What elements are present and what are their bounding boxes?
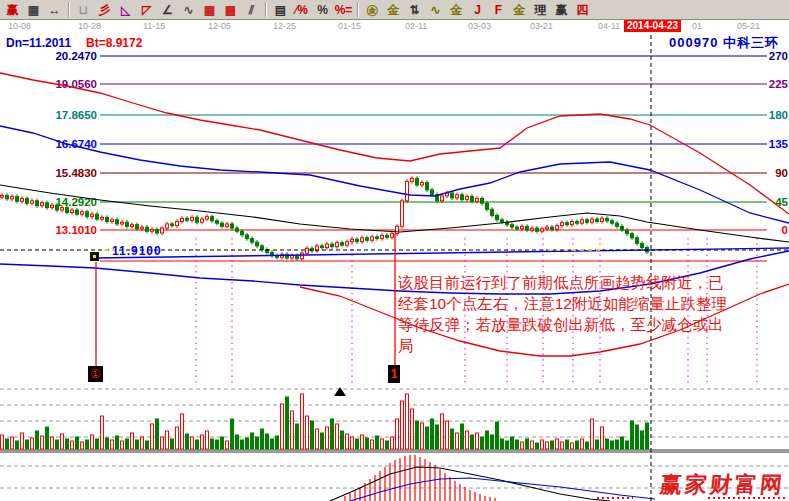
gann-fan-icon[interactable]: 彡 bbox=[94, 1, 115, 18]
gold-circle-icon[interactable]: ㊎ bbox=[362, 1, 383, 18]
volume-bar bbox=[456, 433, 459, 449]
price-axis-label: 16.6740 bbox=[55, 138, 97, 150]
width-measure-icon[interactable]: ↔ bbox=[44, 1, 65, 18]
volume-bar bbox=[241, 440, 244, 449]
volume-bar bbox=[271, 439, 274, 449]
volume-bar bbox=[581, 439, 584, 449]
macd-dea-line bbox=[350, 478, 655, 501]
grid-box-icon[interactable]: ▩ bbox=[220, 1, 241, 18]
candle bbox=[246, 235, 249, 239]
date-tick-label: 10-28 bbox=[78, 21, 101, 31]
volume-bar bbox=[171, 439, 174, 449]
candle bbox=[1, 195, 4, 197]
candle bbox=[491, 209, 494, 215]
volume-bar bbox=[376, 436, 379, 449]
volume-bar bbox=[366, 438, 369, 449]
volume-bar bbox=[181, 414, 184, 449]
candle bbox=[361, 238, 364, 242]
signal-marker-1[interactable]: ① bbox=[88, 366, 103, 382]
candle bbox=[496, 215, 499, 219]
volume-bar bbox=[461, 424, 464, 449]
volume-bar bbox=[346, 434, 349, 449]
date-tick-label: 02-11 bbox=[405, 21, 427, 31]
wave-tool-icon[interactable]: ∿ bbox=[425, 1, 446, 18]
candle bbox=[136, 225, 139, 229]
volume-bar bbox=[226, 441, 229, 449]
ying-angle-icon[interactable]: 赢 bbox=[551, 1, 572, 18]
angle-lines-icon[interactable]: ∠ bbox=[157, 1, 178, 18]
volume-bar bbox=[11, 437, 14, 449]
f-angle-icon[interactable]: F bbox=[488, 1, 509, 18]
j-angle-icon[interactable]: J bbox=[467, 1, 488, 18]
volume-bar bbox=[571, 443, 574, 449]
volume-bar bbox=[111, 440, 114, 449]
si-angle-icon[interactable]: 四 bbox=[572, 1, 593, 18]
candle bbox=[191, 217, 194, 220]
volume-bar bbox=[601, 427, 604, 449]
ma-line bbox=[0, 185, 789, 242]
percent-slash-icon[interactable]: ⁄% bbox=[291, 1, 312, 18]
candle bbox=[571, 222, 574, 225]
percent-eq-icon[interactable]: %= bbox=[333, 1, 354, 18]
volume-bar bbox=[516, 440, 519, 449]
volume-bar bbox=[151, 424, 154, 449]
volume-bar bbox=[306, 416, 309, 449]
candle bbox=[476, 198, 479, 201]
zigzag-icon[interactable]: ∿ bbox=[178, 1, 199, 18]
middle-band-line bbox=[0, 126, 789, 223]
candle bbox=[431, 190, 434, 195]
scale-ruler-icon[interactable]: ▤ bbox=[270, 1, 291, 18]
volume-bar bbox=[506, 441, 509, 449]
candle bbox=[156, 230, 159, 233]
volume-bar bbox=[246, 438, 249, 449]
gold-lines-icon[interactable]: 金 bbox=[383, 1, 404, 18]
volume-bar bbox=[316, 429, 319, 449]
candle bbox=[501, 220, 504, 222]
volume-bar bbox=[641, 431, 644, 449]
ying-logo-icon[interactable]: 赢 bbox=[2, 1, 23, 18]
signal-marker-2[interactable]: 1 bbox=[388, 365, 400, 383]
bt-indicator-value: Bt=8.9172 bbox=[86, 37, 142, 49]
volume-bar bbox=[71, 441, 74, 449]
candle bbox=[331, 244, 334, 246]
candle bbox=[566, 223, 569, 225]
candle bbox=[376, 237, 379, 239]
volume-bar bbox=[611, 441, 614, 449]
price-axis-label: 15.4830 bbox=[55, 167, 97, 179]
trendline-anchor-marker[interactable] bbox=[90, 252, 99, 261]
volume-bar bbox=[441, 414, 444, 449]
volume-bar bbox=[521, 442, 524, 449]
box-measure-icon[interactable]: ⊔ bbox=[73, 1, 94, 18]
ruler-123-icon[interactable]: ▦ bbox=[23, 1, 44, 18]
volume-bar bbox=[121, 441, 124, 449]
candle bbox=[416, 178, 419, 185]
grid-red-icon[interactable]: ▦ bbox=[199, 1, 220, 18]
pane-divider bbox=[0, 449, 789, 453]
volume-bar bbox=[556, 439, 559, 449]
candle bbox=[396, 226, 399, 233]
volume-bar bbox=[76, 437, 79, 449]
date-tick-label: 04-11 bbox=[598, 21, 620, 31]
volume-bar bbox=[631, 421, 634, 449]
candle bbox=[236, 228, 239, 231]
gold-underline-icon[interactable]: 金 bbox=[446, 1, 467, 18]
candle bbox=[26, 198, 29, 203]
volume-bar bbox=[391, 437, 394, 449]
parallel-lines-icon[interactable]: ⫽ bbox=[241, 1, 262, 18]
ruler-pen-icon[interactable]: ⇅ bbox=[404, 1, 425, 18]
volume-bar bbox=[536, 443, 539, 449]
price-axis-label: 13.1010 bbox=[55, 224, 97, 236]
gold-angle-icon[interactable]: 金 bbox=[509, 1, 530, 18]
candle bbox=[306, 248, 309, 253]
candle bbox=[151, 230, 154, 232]
candle bbox=[76, 210, 79, 214]
li-angle-icon[interactable]: 理 bbox=[530, 1, 551, 18]
volume-bar bbox=[356, 439, 359, 449]
candle bbox=[256, 242, 259, 246]
annotation-line: 等待反弹；若放量跌破创出新低，至少减仓或出 bbox=[398, 314, 758, 335]
fan-grid-icon[interactable]: ◸ bbox=[136, 1, 157, 18]
percent-icon[interactable]: % bbox=[312, 1, 333, 18]
volume-bar bbox=[371, 440, 374, 449]
volume-bar bbox=[421, 423, 424, 449]
fan-box-icon[interactable]: ◺ bbox=[115, 1, 136, 18]
